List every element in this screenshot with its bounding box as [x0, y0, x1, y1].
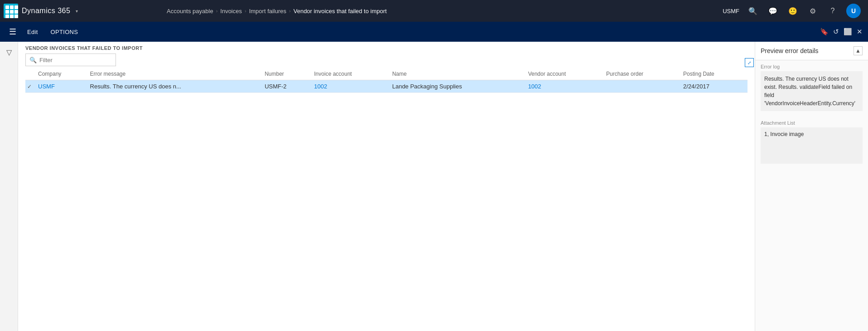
restore-icon[interactable]: ⬜ — [844, 28, 852, 36]
filter-sidebar-icon[interactable]: ▽ — [4, 45, 14, 59]
app-dropdown-icon[interactable]: ▾ — [76, 9, 78, 14]
table-header-row: Company Error message Number Invoice acc… — [25, 68, 747, 80]
action-bar: ☰ Edit OPTIONS 🔖 ↺ ⬜ ✕ — [0, 22, 868, 42]
left-sidebar: ▽ — [0, 42, 18, 331]
hamburger-icon[interactable]: ☰ — [5, 25, 20, 39]
breadcrumb-sep-3: › — [289, 8, 291, 14]
help-icon[interactable]: ? — [826, 5, 839, 17]
invoices-table: Company Error message Number Invoice acc… — [25, 68, 747, 93]
panel-collapse-button[interactable]: ▲ — [854, 46, 863, 55]
breadcrumb-invoices[interactable]: Invoices — [220, 8, 242, 15]
main-layout: ▽ VENDOR INVOICES THAT FAILED TO IMPORT … — [0, 42, 868, 331]
close-icon[interactable]: ✕ — [857, 28, 863, 36]
right-panel: Preview error details ▲ Error log Result… — [755, 42, 868, 331]
app-branding: Dynamics 365 ▾ — [4, 4, 121, 18]
col-purchase-order: Purchase order — [604, 68, 681, 80]
col-error-message: Error message — [88, 68, 263, 80]
row-error-message: Results. The currency US does n... — [88, 80, 263, 93]
row-invoice-account: 1002 — [312, 80, 390, 93]
person-icon[interactable]: 🙂 — [786, 5, 799, 17]
edit-button[interactable]: Edit — [22, 26, 43, 38]
table-container: Company Error message Number Invoice acc… — [18, 68, 755, 331]
panel-header: Preview error details ▲ — [755, 42, 868, 60]
filter-search-icon: 🔍 — [29, 57, 37, 63]
top-bar-right-icons: USMF 🔍 💬 🙂 ⚙ ? U — [723, 4, 864, 18]
row-name: Lande Packaging Supplies — [391, 80, 526, 93]
col-vendor-account: Vendor account — [526, 68, 604, 80]
breadcrumb-sep-2: › — [245, 8, 246, 14]
col-name: Name — [391, 68, 526, 80]
chat-icon[interactable]: 💬 — [767, 5, 779, 17]
col-posting-date: Posting Date — [681, 68, 747, 80]
page-header: VENDOR INVOICES THAT FAILED TO IMPORT 🔍 — [18, 42, 755, 68]
attachment-list-content: 1, Invocie image — [761, 127, 863, 164]
options-button[interactable]: OPTIONS — [45, 26, 84, 38]
settings-icon[interactable]: ⚙ — [806, 5, 819, 17]
col-check — [25, 68, 36, 80]
col-company: Company — [36, 68, 88, 80]
panel-title: Preview error details — [761, 47, 819, 54]
search-icon[interactable]: 🔍 — [747, 5, 759, 17]
breadcrumb-accounts-payable[interactable]: Accounts payable — [167, 8, 213, 15]
breadcrumb-current: Vendor invoices that failed to import — [294, 8, 387, 15]
row-purchase-order — [604, 80, 681, 93]
app-title: Dynamics 365 — [22, 7, 70, 15]
filter-input[interactable] — [39, 57, 112, 63]
breadcrumb-sep-1: › — [216, 8, 218, 14]
avatar[interactable]: U — [846, 4, 861, 18]
bookmark-icon[interactable]: 🔖 — [820, 28, 829, 36]
vendor-account-link[interactable]: 1002 — [528, 83, 541, 90]
row-vendor-account: 1002 — [526, 80, 604, 93]
breadcrumb-import-failures[interactable]: Import failures — [249, 8, 286, 15]
error-log-content: Results. The currency US does not exist.… — [761, 71, 863, 111]
apps-grid-icon[interactable] — [4, 4, 18, 18]
content-area: VENDOR INVOICES THAT FAILED TO IMPORT 🔍 … — [18, 42, 755, 331]
page-title: VENDOR INVOICES THAT FAILED TO IMPORT — [25, 45, 747, 51]
breadcrumb: Accounts payable › Invoices › Import fai… — [121, 8, 723, 15]
top-navigation-bar: Dynamics 365 ▾ Accounts payable › Invoic… — [0, 0, 868, 22]
invoice-account-link[interactable]: 1002 — [314, 83, 327, 90]
org-label: USMF — [723, 8, 739, 15]
company-link[interactable]: USMF — [38, 83, 55, 90]
refresh-icon[interactable]: ↺ — [833, 28, 839, 36]
panel-expand-icon[interactable]: ⤢ — [745, 58, 754, 67]
col-number: Number — [263, 68, 312, 80]
filter-box: 🔍 — [25, 54, 116, 66]
row-company: USMF — [36, 80, 88, 93]
col-invoice-account: Invoice account — [312, 68, 390, 80]
error-log-label: Error log — [755, 60, 868, 71]
row-posting-date: 2/24/2017 — [681, 80, 747, 93]
row-number: USMF-2 — [263, 80, 312, 93]
table-row[interactable]: ✓ USMF Results. The currency US does n..… — [25, 80, 747, 93]
row-check: ✓ — [25, 80, 36, 93]
attachment-list-label: Attachment List — [755, 117, 868, 127]
